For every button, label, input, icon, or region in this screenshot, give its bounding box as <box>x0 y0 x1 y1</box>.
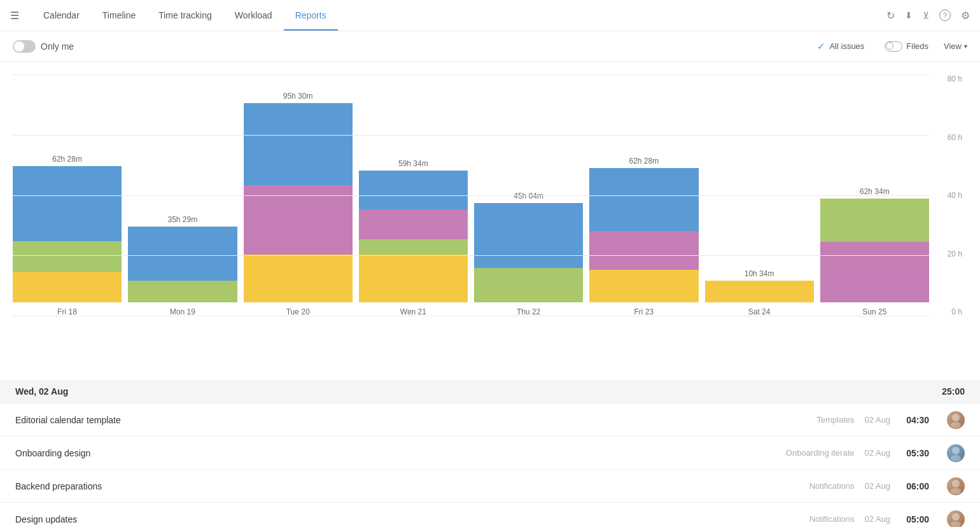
bar-x-label: Sat 24 <box>748 307 771 316</box>
y-axis-label: 60 h <box>948 133 962 142</box>
bar[interactable] <box>820 199 929 302</box>
svg-point-1 <box>951 422 961 428</box>
row-meta: Templates02 Aug04:30 <box>816 411 965 429</box>
row-time: 06:00 <box>900 481 929 491</box>
tab-timeline[interactable]: Timeline <box>91 0 147 31</box>
bar-segment <box>359 239 468 255</box>
download-icon[interactable]: ⬇ <box>905 10 913 20</box>
y-axis-label: 20 h <box>948 249 962 258</box>
bar-group[interactable]: 62h 28mFri 23 <box>589 157 698 316</box>
only-me-toggle-container: Only me <box>13 40 74 53</box>
all-issues-button[interactable]: ✓ All issues <box>812 38 869 55</box>
only-me-toggle[interactable] <box>13 40 36 53</box>
bar-group[interactable]: 95h 30mTue 20 <box>244 92 353 316</box>
avatar <box>947 411 965 429</box>
only-me-label: Only me <box>41 41 74 52</box>
bar-total-label: 62h 34m <box>860 187 890 196</box>
chart-container: 62h 28mFri 1835h 29mMon 1995h 30mTue 205… <box>13 74 967 316</box>
bar[interactable] <box>244 103 353 302</box>
row-task-name: Onboarding design <box>15 448 786 458</box>
bar[interactable] <box>128 227 237 302</box>
bar-segment <box>244 103 353 185</box>
y-axis-label: 80 h <box>948 74 962 83</box>
settings-icon[interactable]: ⚙ <box>961 10 970 22</box>
bar-total-label: 95h 30m <box>283 92 313 101</box>
y-axis-label: 40 h <box>948 191 962 200</box>
nav-right: ↻ ⬇ ⊻ ? ⚙ <box>886 10 970 22</box>
row-date: 02 Aug <box>865 514 891 524</box>
row-time: 05:00 <box>900 514 929 524</box>
bar-total-label: 35h 29m <box>168 215 198 224</box>
row-date: 02 Aug <box>865 481 891 491</box>
svg-point-3 <box>951 455 961 461</box>
bar-group[interactable]: 62h 28mFri 18 <box>13 155 122 316</box>
bar-total-label: 59h 34m <box>398 159 428 168</box>
help-icon[interactable]: ? <box>939 10 951 21</box>
table-date-row: Wed, 02 Aug 25:00 <box>0 380 980 404</box>
bar-group[interactable]: 62h 34mSun 25 <box>820 187 929 316</box>
bar-total-label: 62h 28m <box>52 155 82 164</box>
table-row[interactable]: Onboarding designOnboarding iterate02 Au… <box>0 437 980 470</box>
bar[interactable] <box>13 166 122 302</box>
bar-total-label: 62h 28m <box>629 157 659 165</box>
row-meta: Notifications02 Aug05:00 <box>809 510 965 528</box>
row-date: 02 Aug <box>865 448 891 458</box>
tab-workload[interactable]: Workload <box>223 0 284 31</box>
row-meta: Notifications02 Aug06:00 <box>809 477 965 495</box>
bar-group[interactable]: 59h 34mWen 21 <box>359 159 468 316</box>
row-project: Onboarding iterate <box>786 448 855 458</box>
table-row[interactable]: Backend preparationsNotifications02 Aug0… <box>0 470 980 503</box>
table-row[interactable]: Design updatesNotifications02 Aug05:00 <box>0 503 980 527</box>
bar-group[interactable]: 45h 04mThu 22 <box>474 192 583 316</box>
bar-segment <box>244 185 353 255</box>
bar[interactable] <box>474 203 583 302</box>
toolbar: Only me ✓ All issues Fileds View ▾ <box>0 31 980 62</box>
bar-segment <box>359 171 468 209</box>
fields-toggle-icon <box>885 41 902 52</box>
row-project: Templates <box>816 415 854 425</box>
view-button[interactable]: View ▾ <box>944 41 967 51</box>
fields-button[interactable]: Fileds <box>879 39 934 54</box>
bar-x-label: Wen 21 <box>400 307 426 316</box>
row-task-name: Design updates <box>15 514 809 524</box>
menu-icon[interactable]: ☰ <box>10 10 19 22</box>
bar-x-label: Thu 22 <box>517 307 540 316</box>
bar-total-label: 45h 04m <box>514 192 543 200</box>
fields-label: Fileds <box>906 41 928 51</box>
bar-segment <box>13 272 122 302</box>
bar-x-label: Tue 20 <box>286 307 310 316</box>
filter-icon[interactable]: ⊻ <box>923 10 929 20</box>
bar[interactable] <box>589 168 698 302</box>
bar-segment <box>244 255 353 302</box>
table-date-total: 25:00 <box>942 386 965 397</box>
row-meta: Onboarding iterate02 Aug05:30 <box>786 444 965 462</box>
table-row[interactable]: Editorial calendar templateTemplates02 A… <box>0 404 980 437</box>
row-task-name: Backend preparations <box>15 481 809 491</box>
row-task-name: Editorial calendar template <box>15 415 816 425</box>
svg-point-0 <box>952 414 960 421</box>
all-issues-label: All issues <box>829 41 864 51</box>
svg-point-2 <box>952 447 960 454</box>
chevron-down-icon: ▾ <box>964 43 967 50</box>
tab-calendar[interactable]: Calendar <box>32 0 91 31</box>
table-rows: Editorial calendar templateTemplates02 A… <box>0 404 980 527</box>
tab-time-tracking[interactable]: Time tracking <box>147 0 223 31</box>
bar[interactable] <box>359 171 468 302</box>
table-date-label: Wed, 02 Aug <box>15 386 68 397</box>
bar-segment <box>820 199 929 242</box>
tab-reports[interactable]: Reports <box>284 0 338 31</box>
row-project: Notifications <box>809 514 855 524</box>
bars-wrapper: 62h 28mFri 1835h 29mMon 1995h 30mTue 205… <box>13 74 967 316</box>
nav-tabs: Calendar Timeline Time tracking Workload… <box>32 0 338 31</box>
bar-group[interactable]: 10h 34mSat 24 <box>705 269 814 316</box>
bar[interactable] <box>705 281 814 302</box>
bar-segment <box>474 268 583 302</box>
toolbar-right: ✓ All issues Fileds View ▾ <box>812 38 967 55</box>
bar-group[interactable]: 35h 29mMon 19 <box>128 215 237 316</box>
svg-point-7 <box>951 521 961 528</box>
bar-segment <box>705 281 814 302</box>
table-area: Wed, 02 Aug 25:00 Editorial calendar tem… <box>0 380 980 527</box>
avatar <box>947 444 965 462</box>
bar-total-label: 10h 34m <box>745 269 774 278</box>
refresh-icon[interactable]: ↻ <box>886 10 895 22</box>
